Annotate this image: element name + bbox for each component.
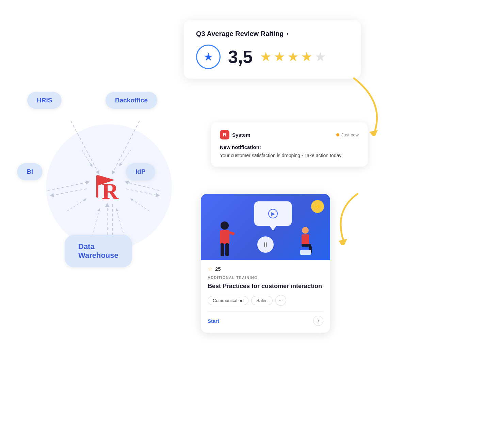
star-4: ★ [301, 49, 312, 64]
notif-bold-text: New notification: [220, 144, 359, 150]
chevron-right-icon: › [287, 30, 289, 37]
training-tags: Communication Sales ··· [208, 295, 323, 306]
lightning-badge: ⚡ [311, 200, 324, 213]
star-2: ★ [274, 49, 285, 64]
pause-icon[interactable]: ⏸ [257, 236, 274, 253]
svg-point-7 [302, 227, 309, 234]
training-card-body: ☆ 25 ADDITIONAL TRAINING Best Practices … [201, 260, 330, 333]
notif-time-label: Just now [341, 132, 359, 137]
ecosystem-node-bi: BI [17, 163, 43, 180]
training-card: ▶ ⚡ ⏸ [201, 194, 330, 333]
star-3: ★ [287, 49, 299, 64]
ecosystem-node-idp: IdP [126, 163, 155, 180]
review-rating-card: Q3 Average Review Raiting › ★ 3,5 ★ ★ ★ … [184, 20, 361, 79]
notif-body: New notification: Your customer satisfac… [220, 144, 359, 159]
review-title-text: Q3 Average Review Raiting [196, 30, 284, 38]
notif-brand-icon: R [220, 130, 229, 139]
training-points: 25 [215, 266, 221, 272]
notif-source-name: System [232, 132, 250, 138]
ecosystem-node-data-warehouse: DataWarehouse [65, 235, 132, 267]
ecosystem-node-backoffice: Backoffice [106, 92, 157, 109]
training-category: ADDITIONAL TRAINING [208, 276, 323, 280]
rating-number: 3,5 [228, 48, 253, 66]
ecosystem-diagram: R HRIS Backoffice BI IdP DataWarehouse [10, 82, 208, 293]
notif-time: Just now [336, 132, 359, 137]
info-button[interactable]: i [313, 316, 323, 326]
star-1: ★ [260, 49, 272, 64]
arrow-2-icon [330, 190, 364, 245]
svg-rect-11 [300, 250, 311, 255]
svg-rect-6 [229, 231, 235, 235]
start-button[interactable]: Start [208, 318, 219, 324]
review-card-body: ★ 3,5 ★ ★ ★ ★ ★ [196, 45, 349, 69]
training-card-footer: Start i [208, 311, 323, 326]
notification-card: R System Just now New notification: Your… [211, 122, 368, 167]
svg-point-2 [221, 221, 229, 230]
notif-body-text: Your customer satisfaction is dropping -… [220, 152, 359, 159]
ecosystem-node-hris: HRIS [27, 92, 62, 109]
tag-sales[interactable]: Sales [251, 296, 273, 305]
star-outline-icon: ☆ [208, 266, 212, 272]
training-card-image: ▶ ⚡ ⏸ [201, 194, 330, 260]
svg-rect-8 [302, 234, 309, 245]
notif-icon-letter: R [223, 132, 226, 137]
notif-header: R System Just now [220, 130, 359, 139]
brand-logo: R [90, 168, 128, 206]
tag-communication[interactable]: Communication [208, 296, 248, 305]
notif-dot-icon [336, 133, 339, 136]
review-card-title[interactable]: Q3 Average Review Raiting › [196, 30, 349, 38]
more-tags-button[interactable]: ··· [275, 295, 286, 306]
star-circle: ★ [196, 45, 221, 69]
figure-left-icon [214, 219, 236, 260]
lightning-icon: ⚡ [314, 203, 321, 210]
training-title: Best Practices for customer interaction [208, 282, 323, 290]
figure-right-icon [297, 226, 314, 256]
svg-text:R: R [102, 178, 119, 204]
star-icon: ★ [204, 50, 213, 63]
stars-row: ★ ★ ★ ★ ★ [260, 49, 326, 64]
brand-logo-icon: R [90, 168, 128, 205]
play-icon[interactable]: ▶ [268, 209, 278, 218]
svg-rect-4 [221, 243, 224, 256]
svg-rect-5 [225, 243, 229, 256]
svg-rect-26 [96, 175, 98, 198]
svg-rect-3 [220, 230, 229, 244]
speech-bubble: ▶ [254, 201, 292, 226]
star-5: ★ [314, 49, 326, 64]
notif-source: R System [220, 130, 250, 139]
training-top-row: ☆ 25 [208, 266, 323, 272]
svg-marker-0 [369, 130, 378, 136]
